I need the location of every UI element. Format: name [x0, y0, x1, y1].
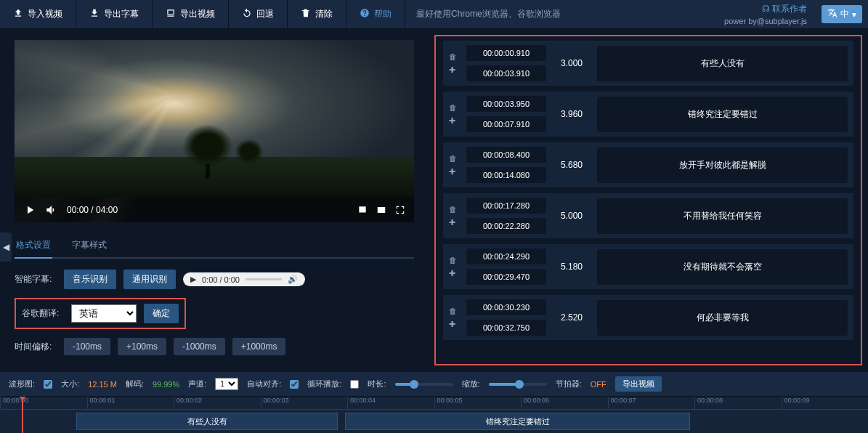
sub-start-time[interactable]: 00:00:17.280	[466, 198, 546, 214]
pip-icon[interactable]	[376, 205, 386, 215]
sub-text[interactable]: 没有期待就不会落空	[597, 249, 848, 285]
smart-label: 智能字幕:	[15, 273, 57, 286]
sub-duration: 3.000	[553, 58, 590, 68]
subtitle-row[interactable]: 🗑✚00:00:03.95000:00:07.9103.960错终究注定要错过	[443, 92, 853, 137]
powerby-text: power by@subplayer.js	[724, 17, 807, 25]
zoom-slider[interactable]	[489, 383, 547, 386]
loop-checkbox[interactable]	[350, 380, 359, 389]
video-time: 00:00 / 04:00	[67, 205, 118, 215]
add-sub-icon[interactable]: ✚	[449, 167, 459, 177]
translate-confirm-button[interactable]: 确定	[144, 304, 179, 323]
clear-button[interactable]: 清除	[288, 0, 346, 28]
general-recognition-button[interactable]: 通用识别	[123, 270, 176, 289]
add-sub-icon[interactable]: ✚	[449, 218, 459, 227]
sub-start-time[interactable]: 00:00:00.910	[466, 45, 546, 61]
sub-end-time[interactable]: 00:00:22.280	[466, 218, 546, 234]
settings-tabs: 格式设置 字幕样式	[15, 233, 414, 259]
sub-start-time[interactable]: 00:00:24.290	[466, 248, 546, 264]
video-controls: 00:00 / 04:00	[15, 197, 414, 222]
sub-end-time[interactable]: 00:00:14.080	[466, 167, 546, 183]
fullscreen-icon[interactable]	[395, 205, 405, 215]
undo-label: 回退	[256, 8, 274, 20]
sub-text[interactable]: 有些人没有	[597, 46, 848, 81]
decode-label: 解码:	[126, 379, 144, 389]
sub-duration: 5.000	[553, 211, 590, 221]
export-video-chip[interactable]: 导出视频	[615, 376, 662, 392]
subtitle-row[interactable]: 🗑✚00:00:17.28000:00:22.2805.000不用替给我任何笑容	[443, 193, 853, 238]
sub-start-time[interactable]: 00:00:30.230	[466, 299, 546, 315]
timeline-tick: 00:00:05	[434, 397, 522, 409]
language-selector[interactable]: 中 ▾	[822, 5, 862, 23]
play-mini-icon[interactable]: ▶	[190, 275, 196, 284]
timeline-ruler: 00:00:00 00:00:01 00:00:02 00:00:03 00:0…	[0, 397, 868, 410]
sub-duration: 3.960	[553, 109, 590, 119]
import-video-button[interactable]: 导入视频	[0, 0, 76, 28]
translate-language-select[interactable]: 英语	[71, 304, 137, 323]
sub-start-time[interactable]: 00:00:08.400	[466, 147, 546, 163]
subtitle-row[interactable]: 🗑✚00:00:24.29000:00:29.4705.180没有期待就不会落空	[443, 244, 853, 289]
sub-text[interactable]: 放开手对彼此都是解脱	[597, 147, 848, 183]
contact-link[interactable]: ☊ 联系作者	[762, 3, 807, 15]
tab-format[interactable]: 格式设置	[15, 233, 52, 259]
waveform-checkbox[interactable]	[44, 380, 52, 389]
export-video-label: 导出视频	[180, 8, 215, 20]
subtitle-toggle-icon[interactable]	[357, 205, 368, 215]
audio-mini-player[interactable]: ▶ 0:00 / 0:00 🔊	[183, 272, 305, 286]
add-sub-icon[interactable]: ✚	[449, 320, 459, 329]
sub-end-time[interactable]: 00:00:32.750	[466, 320, 546, 336]
offset-plus-100-button[interactable]: +100ms	[118, 338, 166, 355]
collapse-handle[interactable]: ◀	[0, 232, 12, 262]
timeline-tick: 00:00:00	[0, 397, 87, 409]
timeline-subtitle-block[interactable]: 错终究注定要错过	[345, 413, 690, 430]
timeline-subtitle-block[interactable]: 有些人没有	[76, 413, 338, 430]
delete-sub-icon[interactable]: 🗑	[449, 205, 459, 214]
bottom-settings-row: 波形图: 大小: 12.15 M 解码: 99.99% 声道: 1 自动对齐: …	[0, 372, 868, 397]
undo-button[interactable]: 回退	[229, 0, 288, 28]
sub-text[interactable]: 错终究注定要错过	[597, 97, 848, 132]
toolbar-right: ☊ 联系作者 power by@subplayer.js	[715, 0, 816, 28]
offset-minus-1000-button[interactable]: -1000ms	[174, 338, 225, 355]
sub-start-time[interactable]: 00:00:03.950	[466, 96, 546, 112]
delete-sub-icon[interactable]: 🗑	[449, 154, 459, 163]
video-player[interactable]: 00:00 / 04:00	[15, 40, 414, 222]
sub-text[interactable]: 不用替给我任何笑容	[597, 198, 848, 234]
timeline-tick: 00:00:07	[608, 397, 695, 409]
export-video-button[interactable]: 导出视频	[153, 0, 229, 28]
delete-sub-icon[interactable]: 🗑	[449, 52, 459, 61]
duration-slider[interactable]	[395, 383, 453, 386]
timeline-tick: 00:00:02	[174, 397, 261, 409]
add-sub-icon[interactable]: ✚	[449, 269, 459, 278]
top-toolbar: 导入视频 导出字幕 导出视频 回退 清除 帮助 最好使用Chrome浏览器、谷歌…	[0, 0, 868, 29]
audio-mini-progress[interactable]	[246, 278, 282, 280]
delete-sub-icon[interactable]: 🗑	[449, 307, 459, 315]
size-label: 大小:	[61, 379, 79, 389]
browser-tip: 最好使用Chrome浏览器、谷歌浏览器	[405, 0, 715, 28]
subtitle-row[interactable]: 🗑✚00:00:08.40000:00:14.0805.680放开手对彼此都是解…	[443, 142, 853, 187]
zoom-label: 缩放:	[462, 379, 480, 389]
translate-highlight-box: 谷歌翻译: 英语 确定	[15, 298, 186, 329]
add-sub-icon[interactable]: ✚	[449, 65, 459, 75]
help-button[interactable]: 帮助	[346, 0, 405, 28]
channel-select[interactable]: 1	[215, 378, 238, 390]
offset-minus-100-button[interactable]: -100ms	[64, 338, 110, 355]
sub-text[interactable]: 何必非要等我	[597, 300, 848, 336]
volume-mini-icon[interactable]: 🔊	[288, 275, 298, 284]
timeline-tick: 00:00:04	[347, 397, 434, 409]
export-subtitle-button[interactable]: 导出字幕	[76, 0, 153, 28]
sub-end-time[interactable]: 00:00:03.910	[466, 65, 546, 81]
offset-plus-1000-button[interactable]: +1000ms	[232, 338, 286, 355]
play-button[interactable]	[23, 203, 36, 216]
align-checkbox[interactable]	[290, 380, 299, 389]
music-recognition-button[interactable]: 音乐识别	[64, 270, 116, 289]
volume-button[interactable]	[45, 203, 58, 216]
sub-end-time[interactable]: 00:00:07.910	[466, 116, 546, 132]
tab-style[interactable]: 字幕样式	[70, 233, 108, 257]
delete-sub-icon[interactable]: 🗑	[449, 256, 459, 264]
sub-end-time[interactable]: 00:00:29.470	[466, 269, 546, 285]
metronome-value[interactable]: OFF	[591, 380, 607, 389]
add-sub-icon[interactable]: ✚	[449, 116, 459, 126]
subtitle-row[interactable]: 🗑✚00:00:00.91000:00:03.9103.000有些人没有	[443, 41, 853, 86]
delete-sub-icon[interactable]: 🗑	[449, 103, 459, 112]
subtitle-row[interactable]: 🗑✚00:00:30.23000:00:32.7502.520何必非要等我	[443, 295, 853, 340]
timeline[interactable]: 00:00:00 00:00:01 00:00:02 00:00:03 00:0…	[0, 397, 868, 433]
